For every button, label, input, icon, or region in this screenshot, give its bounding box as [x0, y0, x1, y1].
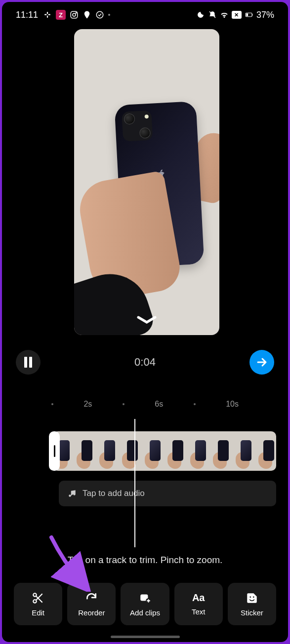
ruler-dot — [51, 403, 53, 405]
edit-label: Edit — [32, 608, 44, 617]
frame-thumb — [121, 431, 144, 471]
add-audio-button[interactable]: Tap to add audio — [59, 481, 276, 506]
playback-controls: 0:04 — [2, 347, 288, 377]
svg-point-14 — [33, 593, 37, 597]
text-button[interactable]: Aa Text — [174, 583, 223, 625]
svg-rect-10 — [246, 13, 248, 16]
svg-point-5 — [73, 13, 76, 16]
home-indicator[interactable] — [111, 636, 180, 638]
status-app-icons: Z — [43, 10, 110, 20]
next-button[interactable] — [249, 350, 274, 375]
sync-icon — [95, 10, 104, 19]
svg-rect-0 — [44, 14, 47, 15]
status-bar: 11:11 Z — [2, 7, 288, 23]
frame-thumb — [189, 431, 212, 471]
status-right-group: ✕ 37% — [196, 10, 274, 20]
pause-button[interactable] — [16, 350, 41, 375]
edit-button[interactable]: Edit — [14, 583, 62, 625]
pause-icon — [23, 357, 33, 368]
text-icon: Aa — [192, 592, 205, 604]
edit-toolbar: Edit Reorder Add clips Aa Text Sticker — [14, 583, 276, 625]
frame-thumb — [257, 431, 276, 471]
ruler-dot — [194, 403, 196, 405]
help-text: Tap on a track to trim. Pinch to zoom. — [2, 555, 288, 566]
add-clips-icon — [139, 592, 152, 605]
slack-icon — [43, 10, 52, 19]
svg-rect-1 — [48, 14, 51, 15]
playback-time: 0:04 — [134, 356, 156, 369]
time-ruler: 2s 6s 10s — [2, 397, 288, 412]
playhead[interactable] — [134, 419, 135, 547]
sticker-button[interactable]: Sticker — [228, 583, 276, 625]
preview-content — [74, 29, 219, 335]
status-dot-icon — [108, 14, 110, 16]
frame-thumb — [235, 431, 257, 471]
ruler-mark-10s: 10s — [226, 400, 239, 409]
trim-handle-left[interactable] — [49, 431, 60, 471]
mute-icon — [208, 10, 217, 19]
svg-rect-13 — [29, 357, 32, 368]
status-left-group: 11:11 Z — [16, 10, 110, 20]
scissors-icon — [32, 592, 44, 605]
battery-icon — [245, 10, 253, 19]
data-saver-icon: ✕ — [232, 11, 242, 19]
svg-rect-11 — [252, 14, 252, 16]
ruler-dot — [123, 403, 124, 405]
svg-rect-12 — [24, 357, 27, 368]
ruler-mark-2s: 2s — [83, 400, 92, 409]
frame-thumb — [144, 431, 166, 471]
text-label: Text — [192, 607, 206, 616]
timeline[interactable]: Tap to add audio — [2, 419, 288, 547]
ruler-mark-6s: 6s — [155, 400, 163, 409]
svg-point-6 — [76, 12, 77, 13]
reorder-icon — [85, 592, 98, 605]
z-app-icon: Z — [56, 10, 66, 20]
svg-point-20 — [249, 596, 251, 598]
dnd-icon — [196, 10, 205, 19]
add-clips-button[interactable]: Add clips — [121, 583, 169, 625]
svg-point-7 — [96, 11, 103, 18]
chevron-down-icon[interactable] — [136, 315, 157, 327]
device-frame: 11:11 Z — [2, 2, 288, 642]
frame-thumb — [166, 431, 189, 471]
reorder-label: Reorder — [78, 608, 105, 617]
svg-rect-2 — [47, 12, 48, 14]
wifi-icon — [220, 10, 229, 19]
camera-module — [122, 111, 153, 142]
svg-point-21 — [253, 596, 254, 598]
frame-thumb — [212, 431, 235, 471]
location-icon — [83, 10, 91, 19]
add-clips-label: Add clips — [130, 608, 160, 617]
sticker-label: Sticker — [241, 608, 263, 617]
svg-point-15 — [33, 600, 37, 603]
video-preview[interactable] — [74, 29, 219, 335]
frame-thumb — [76, 431, 98, 471]
sticker-icon — [246, 592, 258, 605]
battery-text: 37% — [256, 10, 274, 20]
arrow-right-icon — [256, 356, 268, 368]
music-note-icon — [68, 489, 77, 498]
frame-thumb — [98, 431, 121, 471]
video-track[interactable] — [53, 431, 276, 471]
instagram-icon — [70, 10, 79, 19]
status-time: 11:11 — [16, 10, 38, 20]
reorder-button[interactable]: Reorder — [67, 583, 116, 625]
svg-rect-3 — [47, 16, 48, 18]
